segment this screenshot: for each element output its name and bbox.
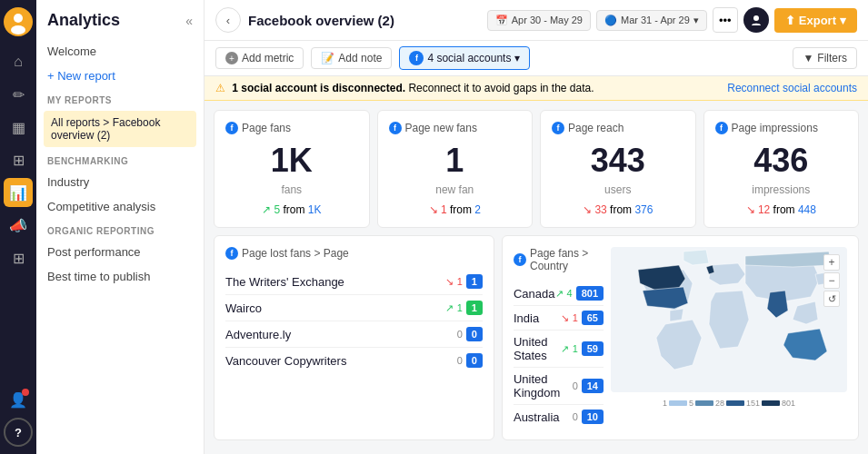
country-row: Canada ↗ 4 801	[514, 281, 604, 306]
sidebar-item-post-performance[interactable]: Post performance	[36, 240, 204, 264]
new-report-link[interactable]: New report	[36, 64, 204, 88]
lost-fans-row: Wairco ↗ 1 1	[225, 295, 483, 321]
world-map	[611, 247, 847, 392]
facebook-icon: f	[552, 122, 564, 134]
row-name: Wairco	[225, 301, 262, 315]
stat-value-fans: 1K	[225, 142, 358, 180]
stat-value-new-fans: 1	[389, 142, 522, 180]
stat-change-fans: ↗ 5 from 1K	[225, 203, 358, 216]
stat-card-reach: f Page reach 343 users ↘ 33 from 376	[540, 110, 696, 228]
calendar-icon: 📅	[495, 15, 508, 26]
back-button[interactable]: ‹	[215, 7, 241, 33]
warning-message: ⚠ 1 social account is disconnected. Reco…	[215, 82, 594, 94]
up-arrow-icon: ↗	[445, 302, 454, 314]
row-name: The Writers' Exchange	[225, 275, 344, 289]
date-range: 📅 Apr 30 - May 29 🔵 Mar 31 - Apr 29 ▾ ••…	[487, 7, 857, 33]
down-arrow-icon: ↘	[561, 312, 569, 324]
grid-icon[interactable]: ⊞	[4, 145, 33, 174]
export-button[interactable]: ⬆ Export ▾	[774, 8, 857, 33]
analytics-icon[interactable]: 📊	[4, 178, 33, 207]
sidebar-item-best-time[interactable]: Best time to publish	[36, 264, 204, 289]
share-button[interactable]	[743, 7, 769, 33]
facebook-icon: f	[715, 122, 728, 134]
stat-label-new-fans: new fan	[389, 183, 522, 196]
facebook-icon: f	[225, 122, 238, 134]
up-arrow-icon: ↗	[555, 288, 564, 300]
country-row: India ↘ 1 65	[514, 306, 604, 331]
sidebar-item-facebook-overview[interactable]: All reports > Facebook overview (2)	[44, 111, 196, 147]
benchmarking-label: BENCHMARKING	[36, 149, 204, 170]
stats-row: f Page fans 1K fans ↗ 5 from 1K f Page n…	[214, 110, 859, 228]
plus-icon: +	[225, 52, 238, 64]
country-row: United States ↗ 1 59	[514, 331, 604, 368]
reconnect-link[interactable]: Reconnect social accounts	[727, 82, 857, 94]
filters-button[interactable]: ▼ Filters	[793, 47, 857, 69]
down-arrow-icon: ↘	[445, 276, 454, 288]
country-table: f Page fans > Country Canada ↗ 4 801 Ind…	[514, 247, 604, 429]
date-range-compare[interactable]: 🔵 Mar 31 - Apr 29 ▾	[596, 10, 707, 31]
facebook-icon: f	[409, 51, 424, 65]
home-icon[interactable]: ⌂	[4, 47, 33, 76]
stat-card-impressions: f Page impressions 436 impressions ↘ 12 …	[703, 110, 860, 228]
country-fans-card: f Page fans > Country Canada ↗ 4 801 Ind…	[502, 235, 859, 440]
count-badge: 0	[466, 353, 483, 368]
sidebar-item-industry[interactable]: Industry	[36, 170, 204, 194]
svg-point-2	[11, 25, 25, 35]
down-arrow-icon: ↘	[429, 203, 438, 216]
topbar: ‹ Facebook overview (2) 📅 Apr 30 - May 2…	[205, 0, 868, 41]
stat-label-fans: fans	[225, 183, 358, 196]
lost-fans-card: f Page lost fans > Page The Writers' Exc…	[214, 235, 494, 440]
megaphone-icon[interactable]: 📣	[4, 211, 33, 240]
country-name: Canada	[514, 287, 555, 301]
world-map-area: 1 5 28 151 801 + − ↺	[611, 247, 847, 429]
zoom-out-button[interactable]: −	[823, 272, 840, 289]
add-note-button[interactable]: 📝 Add note	[311, 47, 392, 69]
stat-change-reach: ↘ 33 from 376	[552, 203, 684, 216]
sidebar-item-welcome[interactable]: Welcome	[36, 39, 204, 64]
warning-bar: ⚠ 1 social account is disconnected. Reco…	[205, 76, 868, 101]
page-title: Facebook overview (2)	[248, 13, 480, 28]
lost-fans-table: The Writers' Exchange ↘ 1 1 Wairco ↗ 1 1…	[225, 269, 483, 373]
stat-change-impressions: ↘ 12 from 448	[715, 203, 848, 216]
help-icon[interactable]: ?	[4, 418, 33, 447]
facebook-icon: f	[389, 122, 402, 134]
notification-icon[interactable]: 👤	[4, 385, 33, 414]
facebook-icon: f	[225, 247, 238, 260]
lost-fans-row: Adventure.ly 0 0	[225, 321, 483, 348]
sidebar-title: Analytics	[47, 11, 120, 30]
refresh-map-button[interactable]: ↺	[823, 291, 840, 307]
count-badge: 14	[582, 379, 604, 393]
note-icon: 📝	[321, 52, 334, 64]
count-badge: 0	[466, 327, 483, 341]
lost-fans-row: The Writers' Exchange ↘ 1 1	[225, 269, 483, 295]
apps-icon[interactable]: ⊞	[4, 243, 33, 272]
down-arrow-icon: ↘	[746, 203, 755, 216]
export-icon: ⬆	[785, 14, 795, 27]
calendar-icon[interactable]: ▦	[4, 113, 33, 142]
stat-change-new-fans: ↘ 1 from 2	[389, 203, 522, 216]
stat-card-new-fans: f Page new fans 1 new fan ↘ 1 from 2	[377, 110, 534, 228]
country-name: United Kingdom	[514, 372, 573, 400]
action-bar: + Add metric 📝 Add note f 4 social accou…	[205, 41, 868, 76]
sidebar-item-competitive[interactable]: Competitive analysis	[36, 194, 204, 219]
compose-icon[interactable]: ✏	[4, 80, 33, 109]
app-logo[interactable]	[4, 7, 33, 36]
sidebar-collapse-button[interactable]: «	[185, 14, 193, 28]
sidebar: Analytics « Welcome New report MY REPORT…	[36, 0, 205, 454]
up-arrow-icon: ↗	[561, 343, 569, 355]
up-arrow-icon: ↗	[262, 203, 271, 216]
chevron-down-icon: ▾	[840, 14, 846, 27]
my-reports-label: MY REPORTS	[36, 88, 204, 109]
social-accounts-button[interactable]: f 4 social accounts ▾	[399, 46, 530, 70]
chevron-down-icon: ▾	[514, 52, 520, 64]
count-badge: 59	[582, 341, 604, 356]
dashboard-content: f Page fans 1K fans ↗ 5 from 1K f Page n…	[205, 101, 868, 454]
more-options-button[interactable]: •••	[713, 7, 738, 33]
zoom-in-button[interactable]: +	[823, 254, 840, 271]
add-metric-button[interactable]: + Add metric	[215, 47, 304, 69]
stat-value-impressions: 436	[715, 142, 848, 180]
date-range-primary[interactable]: 📅 Apr 30 - May 29	[487, 10, 591, 31]
count-badge: 1	[466, 301, 483, 315]
stat-label-impressions: impressions	[715, 183, 848, 196]
left-navigation: ⌂ ✏ ▦ ⊞ 📊 📣 ⊞ 👤 ?	[0, 0, 36, 454]
